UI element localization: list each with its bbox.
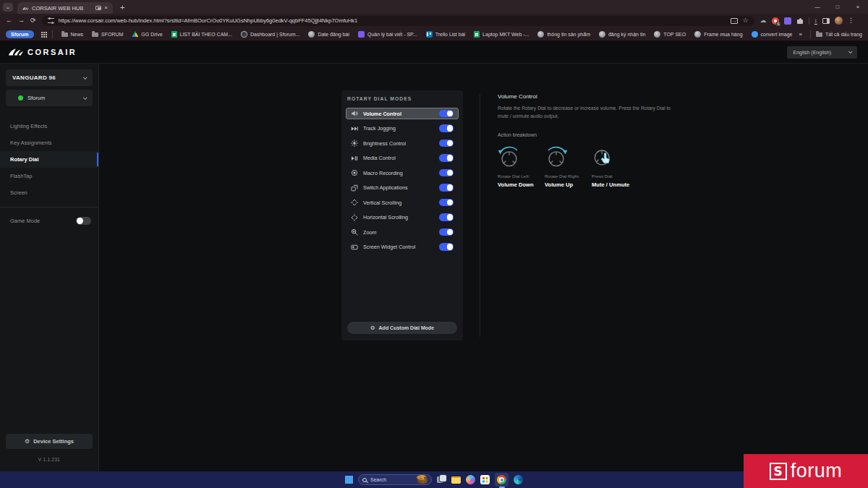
device-settings-button[interactable]: ⚙ Device Settings	[6, 434, 93, 449]
back-button[interactable]: ←	[6, 17, 12, 24]
bookmark-favicon	[308, 31, 315, 38]
apps-grid-icon[interactable]	[41, 32, 43, 33]
bookmark-item[interactable]: News	[58, 30, 88, 38]
send-to-device-icon[interactable]	[731, 18, 738, 24]
dial-mode-row[interactable]: Screen Widget Control	[346, 241, 459, 253]
bookmarks-overflow-button[interactable]: »	[799, 31, 802, 38]
url-bar[interactable]: https://www.corsair.com/web-hub/index.ht…	[42, 16, 754, 26]
mode-toggle[interactable]	[439, 213, 454, 221]
dial-mode-row[interactable]: Horizontal Scrolling	[346, 212, 459, 223]
mode-toggle[interactable]	[439, 110, 454, 118]
dial-mode-row[interactable]: Zoom	[346, 226, 459, 238]
sidebar-nav-item[interactable]: Lighting Effects	[0, 118, 98, 134]
dial-mode-row[interactable]: Switch Applications	[346, 182, 459, 194]
profile-avatar[interactable]	[835, 17, 843, 25]
mode-toggle[interactable]	[439, 243, 454, 251]
browser-tab[interactable]: CORSAIR WEB HUB ×	[17, 2, 113, 14]
dial-mode-row[interactable]: Track Jogging	[346, 123, 459, 134]
url-text[interactable]: https://www.corsair.com/web-hub/index.ht…	[59, 17, 727, 24]
task-view-icon[interactable]	[437, 475, 446, 484]
minimize-button[interactable]: —	[807, 0, 827, 14]
mode-icon	[351, 199, 358, 206]
bookmark-item[interactable]: GG Drive	[128, 30, 166, 38]
action-item: Press Dial: Mute / Unmute	[592, 144, 639, 188]
taskbar-search[interactable]: Search	[358, 474, 432, 485]
site-info-icon[interactable]	[48, 18, 54, 23]
bookmark-item[interactable]: TOP SEO	[650, 30, 689, 39]
browser-toolbar: ← → ⟳ https://www.corsair.com/web-hub/in…	[0, 14, 868, 27]
add-custom-dial-mode-button[interactable]: ⚙ Add Custom Dial Mode	[347, 322, 457, 334]
forward-button[interactable]: →	[18, 17, 25, 24]
mode-icon	[351, 184, 358, 192]
microsoft-365-icon[interactable]	[480, 475, 490, 484]
action-item: Rotate Dial Right: Volume Up	[545, 144, 592, 188]
bookmark-item[interactable]: Dashboard | Sforum...	[237, 30, 303, 39]
start-button-icon[interactable]	[345, 476, 353, 484]
tab-search-button[interactable]: ⌄	[3, 3, 13, 12]
reload-button[interactable]: ⟳	[30, 17, 36, 24]
menu-kebab-icon[interactable]: ⋮	[848, 17, 854, 24]
bookmark-item[interactable]: convert image	[748, 30, 793, 39]
profile-select[interactable]: Sforum	[6, 90, 93, 106]
sidebar-nav-item[interactable]: FlashTap	[0, 168, 98, 184]
sidebar-nav-item[interactable]: Screen	[0, 184, 98, 201]
dial-mode-row[interactable]: Volume Control	[346, 108, 459, 119]
bookmark-item[interactable]: đăng ký nhận tin	[595, 30, 649, 39]
panel-divider	[480, 94, 480, 337]
all-bookmarks-button[interactable]: Tất cả dấu trang	[816, 31, 862, 37]
bookmark-star-icon[interactable]: ☆	[742, 17, 748, 24]
edge-icon[interactable]	[514, 475, 523, 484]
cloud-extension-icon[interactable]: ☁	[760, 17, 767, 24]
mode-toggle[interactable]	[439, 169, 454, 177]
mode-toggle[interactable]	[439, 228, 454, 236]
extensions-puzzle-icon[interactable]	[796, 17, 804, 25]
mode-label: Volume Control	[363, 111, 434, 117]
bookmark-item[interactable]: SFORUM	[88, 30, 127, 38]
action-label: Rotate Dial Left:	[498, 174, 545, 179]
bookmark-item[interactable]: Date đăng bài	[305, 30, 353, 39]
mode-detail-panel: Volume Control Rotate the Rotary Dial to…	[498, 93, 736, 188]
downloads-icon[interactable]: ↓	[814, 17, 818, 25]
mode-label: Macro Recording	[363, 170, 434, 176]
red-extension-icon[interactable]	[772, 17, 779, 25]
sidebar-nav-item[interactable]: Key Assignments	[0, 134, 98, 151]
mode-toggle[interactable]	[439, 140, 454, 147]
copilot-icon[interactable]	[466, 475, 475, 484]
file-explorer-icon[interactable]	[451, 475, 461, 484]
sidebar-nav-item[interactable]: Rotary Dial	[0, 151, 98, 168]
bookmark-item[interactable]: thông tin sản phẩm	[534, 30, 594, 39]
mode-toggle[interactable]	[439, 184, 454, 192]
mode-toggle[interactable]	[439, 124, 454, 132]
bookmark-item[interactable]: Laptop MKT Web -...	[470, 30, 532, 39]
dial-mode-row[interactable]: Brightness Control	[346, 137, 459, 149]
dial-mode-row[interactable]: Macro Recording	[346, 167, 459, 179]
tab-close-icon[interactable]: ×	[104, 5, 108, 11]
bookmark-item[interactable]: LIST BÀI THEO CAM...	[168, 30, 236, 39]
rotary-dial-modes-panel: ROTARY DIAL MODES Volume Control Track J…	[341, 90, 463, 341]
language-select[interactable]: English (English)	[787, 46, 857, 59]
maximize-button[interactable]: □	[827, 0, 848, 14]
mode-toggle[interactable]	[439, 154, 454, 162]
app-version: V 1.1.231	[0, 457, 98, 462]
mode-label: Screen Widget Control	[363, 244, 434, 250]
game-mode-toggle[interactable]	[76, 217, 91, 225]
action-value: Volume Up	[545, 181, 592, 188]
bookmark-item[interactable]: Trello List bài	[422, 30, 469, 39]
mode-toggle[interactable]	[439, 199, 454, 207]
chrome-taskbar-button[interactable]	[495, 473, 509, 487]
device-select[interactable]: VANGUARD 96	[6, 69, 93, 86]
bookmark-item[interactable]: Frame mua hàng	[691, 30, 746, 39]
dial-mode-row[interactable]: Vertical Scrolling	[346, 197, 459, 208]
windows-taskbar: Search	[0, 471, 868, 488]
tab-group-chip[interactable]: Sforum	[6, 30, 34, 38]
game-mode-row: Game Mode	[0, 213, 98, 228]
new-tab-button[interactable]: +	[120, 3, 124, 12]
dial-mode-row[interactable]: Media Control	[346, 153, 459, 164]
action-value: Mute / Unmute	[592, 181, 639, 188]
close-button[interactable]: ×	[848, 0, 868, 14]
bookmarks-divider	[810, 30, 811, 38]
purple-extension-icon[interactable]	[784, 17, 791, 25]
side-panel-icon[interactable]	[822, 18, 830, 24]
bookmark-item[interactable]: Quản lý bài viết - SP...	[354, 30, 421, 39]
tab-title: CORSAIR WEB HUB	[32, 5, 93, 12]
